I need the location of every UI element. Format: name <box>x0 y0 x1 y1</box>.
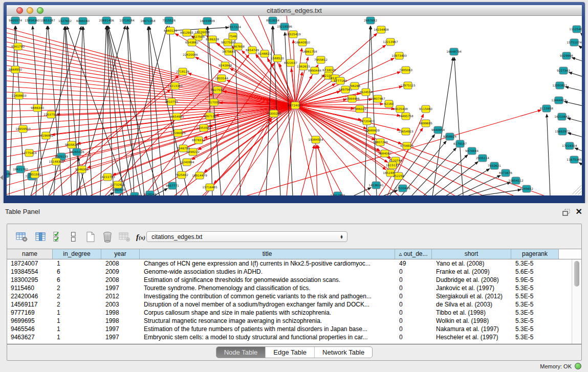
graph-node[interactable]: 8471676 <box>499 169 512 177</box>
cell-in_degree[interactable]: 1 <box>53 309 101 317</box>
cell-year[interactable]: 1997 <box>101 325 140 333</box>
graph-node[interactable]: 2803144 <box>215 75 228 82</box>
table-row[interactable]: 977716911998Corpus callosum shape and si… <box>7 309 572 317</box>
graph-node[interactable]: 12444419 <box>551 97 567 104</box>
graph-node[interactable]: 9329966 <box>560 52 573 59</box>
cell-short[interactable]: Hescheler et al. (1997) <box>432 333 511 341</box>
graph-node[interactable]: 8990448 <box>308 67 321 74</box>
tab-edge-table[interactable]: Edge Table <box>266 347 315 358</box>
graph-node[interactable]: 9227343 <box>557 67 570 74</box>
graph-node[interactable]: 7955812 <box>314 56 328 63</box>
graph-node[interactable]: 10654112 <box>508 177 524 184</box>
graph-node[interactable]: 15692971 <box>555 128 570 135</box>
graph-node[interactable]: 2128345 <box>143 191 157 195</box>
graph-node[interactable]: 19384554 <box>308 136 323 143</box>
cell-pagerank[interactable]: 5.3E-5 <box>511 309 559 317</box>
cell-year[interactable]: 2008 <box>101 276 140 284</box>
cell-pagerank[interactable]: 5.5E-5 <box>511 292 559 300</box>
cell-year[interactable]: 1998 <box>101 317 140 325</box>
cell-out_de[interactable]: 0 <box>395 284 432 292</box>
graph-node[interactable]: 9474444 <box>465 147 478 155</box>
cell-pagerank[interactable]: 5.9E-5 <box>511 276 559 284</box>
table-row[interactable]: 969969511998Structural magnetic resonanc… <box>7 317 572 325</box>
column-header-pagerank[interactable]: pagerank <box>511 249 559 259</box>
graph-node[interactable]: 19166825 <box>170 129 186 137</box>
graph-node[interactable]: 15751074 <box>567 39 582 46</box>
cell-out_de[interactable]: 0 <box>395 325 432 333</box>
graph-node[interactable]: 9405574 <box>9 17 22 24</box>
graph-node[interactable]: 12975115 <box>400 82 416 89</box>
cell-name[interactable]: 9699695 <box>7 317 53 325</box>
graph-node[interactable]: 11240994 <box>179 159 194 166</box>
graph-node[interactable]: 9756928 <box>400 142 413 149</box>
graph-node[interactable]: 9546305 <box>75 166 89 173</box>
cell-short[interactable]: de Silva et al. (2003) <box>432 300 511 309</box>
cell-in_degree[interactable]: 1 <box>53 259 101 268</box>
cell-year[interactable]: 1997 <box>101 284 140 292</box>
function-builder-icon[interactable]: f(x) <box>136 233 145 242</box>
graph-node[interactable]: 10807467 <box>370 95 385 102</box>
network-graph[interactable]: 9405574158583601065328715276026466160206… <box>7 16 582 195</box>
column-header-year[interactable]: year <box>101 249 140 259</box>
cell-title[interactable]: Structural magnetic resonance image aver… <box>140 317 395 325</box>
graph-node[interactable]: 1588520 <box>271 55 284 62</box>
graph-node[interactable]: 7857224 <box>228 24 241 31</box>
row-mode-icon[interactable] <box>71 231 76 243</box>
graph-node[interactable]: 62160 <box>384 100 394 107</box>
cell-name[interactable]: 14569117 <box>7 300 53 309</box>
graph-node[interactable]: 18421760 <box>13 166 28 173</box>
cell-pagerank[interactable]: 5.6E-5 <box>511 268 559 276</box>
table-scrollbar[interactable] <box>572 259 581 344</box>
graph-node[interactable]: 9146821 <box>258 50 271 57</box>
cell-name[interactable]: 19384554 <box>7 268 53 276</box>
new-table-icon[interactable] <box>85 231 96 243</box>
cell-name[interactable]: 9777169 <box>7 309 53 317</box>
table-row[interactable]: 2242004622012Investigating the contribut… <box>7 292 572 300</box>
column-header-out_de[interactable]: ▵ out_de... <box>395 249 432 259</box>
cell-title[interactable]: Genome-wide association studies in ADHD. <box>140 268 395 276</box>
cell-in_degree[interactable]: 1 <box>53 317 101 325</box>
graph-node[interactable]: 8180280 <box>7 170 12 178</box>
cell-short[interactable]: Nakamura et al. (1997) <box>432 325 511 333</box>
graph-node[interactable]: 7515526 <box>162 17 176 24</box>
table-row[interactable]: 911546021997Tourette syndrome. Phenomeno… <box>7 284 572 292</box>
cell-out_de[interactable]: 0 <box>395 292 432 300</box>
cell-out_de[interactable]: 0 <box>395 317 432 325</box>
cell-short[interactable]: Stergiakouli et al. (2012) <box>432 292 511 300</box>
table-settings-icon[interactable] <box>16 232 28 242</box>
graph-node[interactable]: 20691406 <box>99 17 114 24</box>
cell-name[interactable]: 9463627 <box>7 333 53 341</box>
select-columns-icon[interactable] <box>53 231 62 243</box>
cell-short[interactable]: Wolkin et al. (1998) <box>432 317 511 325</box>
graph-node[interactable]: 2867608 <box>231 43 245 50</box>
cell-out_de[interactable]: 0 <box>395 309 432 317</box>
table-row[interactable]: 946554611997Estimation of the future num… <box>7 325 572 333</box>
cell-short[interactable]: Jankovic et al. (1997) <box>432 284 511 292</box>
graph-node[interactable]: 19218596 <box>277 23 292 30</box>
cell-out_de[interactable]: 0 <box>395 333 432 341</box>
cell-title[interactable]: Investigating the contribution of common… <box>140 292 395 300</box>
cell-title[interactable]: Estimation of the future numbers of pati… <box>140 325 395 333</box>
column-header-title[interactable]: title <box>140 249 395 259</box>
cell-name[interactable]: 22420046 <box>7 292 53 300</box>
graph-node[interactable]: 16210643 <box>554 113 570 120</box>
cell-pagerank[interactable]: 5.3E-5 <box>511 259 559 268</box>
cell-pagerank[interactable]: 5.3E-5 <box>511 300 559 309</box>
graph-node[interactable]: 26265026 <box>69 148 84 156</box>
cell-name[interactable]: 9465546 <box>7 325 53 333</box>
graph-node[interactable]: 10025438 <box>393 105 408 113</box>
cell-pagerank[interactable]: 5.3E-5 <box>511 325 559 333</box>
cell-year[interactable]: 2003 <box>101 300 140 309</box>
cell-pagerank[interactable]: 5.3E-5 <box>511 284 559 292</box>
cell-in_degree[interactable]: 2 <box>53 292 101 300</box>
graph-node[interactable]: 8660123 <box>164 27 177 34</box>
graph-node[interactable]: 1527602 <box>58 17 72 25</box>
table-row[interactable]: 1456911722003Disruption of a novel membe… <box>7 300 572 309</box>
column-header-name[interactable]: name <box>7 249 53 259</box>
graph-node[interactable]: 8454749 <box>246 47 259 54</box>
table-row[interactable]: 1938455462009Genome-wide association stu… <box>7 268 572 276</box>
cell-out_de[interactable]: 0 <box>395 268 432 276</box>
table-row[interactable]: 1872400712008Changes of HCN gene express… <box>7 259 572 268</box>
graph-node[interactable]: 22037555 <box>43 111 59 118</box>
graph-node[interactable]: 15716485 <box>202 184 217 191</box>
